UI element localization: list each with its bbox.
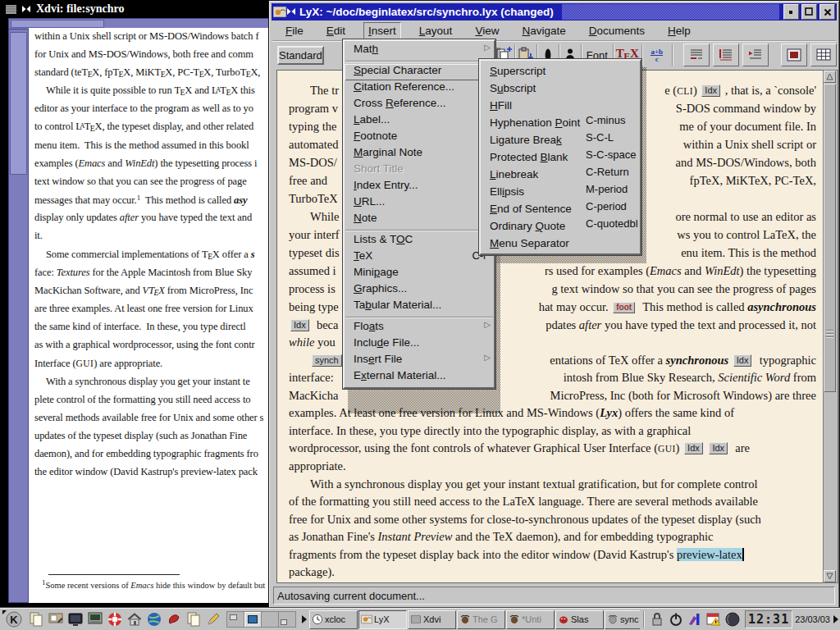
menubar-item-view[interactable]: View — [470, 22, 504, 39]
panel-hide-arrow[interactable] — [833, 615, 838, 623]
menu-item-superscript[interactable]: Superscript — [481, 62, 640, 80]
menu-item-ordinary-quote[interactable]: Ordinary QuoteC-quotedbl — [481, 217, 640, 235]
launcher-editor-pen[interactable] — [203, 609, 223, 629]
para-depth-1-button[interactable] — [683, 43, 710, 66]
launcher-window-list[interactable] — [26, 609, 46, 629]
xdvi-vertical-scrollbar[interactable] — [8, 29, 29, 603]
menubar-item-edit[interactable]: Edit — [322, 22, 350, 39]
footnote-inset-button[interactable]: foot — [613, 302, 635, 313]
text-segment: program v — [289, 102, 338, 115]
maximize-button[interactable] — [801, 4, 817, 20]
menu-item-marginal-note[interactable]: Marginal Note — [345, 146, 494, 162]
tray-moon[interactable] — [723, 610, 742, 629]
menubar-item-insert[interactable]: Insert — [363, 22, 401, 39]
index-inset-button[interactable]: Idx — [733, 354, 752, 367]
launcher-documents[interactable] — [184, 609, 203, 629]
lyx-vertical-scrollbar[interactable] — [823, 70, 838, 583]
pager-desktop-1[interactable] — [227, 612, 244, 627]
menu-item-ligature-break[interactable]: Ligature BreakS-C-L — [481, 131, 640, 148]
menubar-item-help[interactable]: Help — [663, 22, 696, 39]
index-inset-button[interactable]: Idx — [709, 442, 728, 454]
menu-item-index-entry[interactable]: Index Entry... — [345, 179, 494, 195]
task-button-slas[interactable]: Slas — [555, 610, 604, 629]
menu-item-url[interactable]: URL... — [345, 195, 494, 212]
task-button-xcloc[interactable]: xcloc — [309, 610, 358, 629]
menu-item-cross-reference[interactable]: Cross Reference... — [345, 97, 494, 113]
menu-item-subscript[interactable]: Subscript — [481, 80, 640, 97]
menu-item-tex[interactable]: TeXC-l — [345, 249, 494, 266]
task-button-xdvi[interactable]: Xdvi — [408, 610, 456, 629]
task-button-lyx[interactable]: LyX — [358, 610, 407, 629]
menubar-item-layout[interactable]: Layout — [414, 22, 458, 39]
menu-item-note[interactable]: Note — [345, 212, 494, 228]
menu-item-protected-blank[interactable]: Protected BlankS-C-space — [481, 148, 640, 166]
menu-item-minipage[interactable]: Minipage — [345, 266, 494, 282]
menu-item-insert-file[interactable]: Insert File▷ — [345, 353, 494, 369]
scroll-up-button[interactable] — [824, 71, 836, 83]
menu-item-lists-toc[interactable]: Lists & TOC — [345, 233, 494, 249]
launcher-help-lifebuoy[interactable] — [105, 609, 125, 629]
clock-date[interactable]: 23/03/03 — [795, 614, 830, 624]
k-menu-button[interactable]: K — [2, 609, 26, 629]
close-button[interactable] — [819, 4, 835, 20]
task-button-sync[interactable]: sync — [605, 610, 640, 629]
menu-item-citation-reference[interactable]: Citation Reference... — [345, 80, 494, 97]
menu-item-include-file[interactable]: Include File... — [345, 336, 494, 353]
menubar-item-navigate[interactable]: Navigate — [517, 22, 570, 39]
pager-desktop-3[interactable] — [262, 612, 279, 627]
menu-item-graphics[interactable]: Graphics... — [345, 282, 494, 299]
clock-time[interactable]: 12:31 — [745, 610, 792, 628]
task-button-the-g[interactable]: The G — [457, 610, 505, 629]
menu-item-end-of-sentence[interactable]: End of SentenceC-period — [481, 200, 640, 217]
tray-power[interactable] — [666, 610, 685, 629]
menu-item-menu-separator[interactable]: Menu Separator — [481, 235, 640, 252]
task-button-unti[interactable]: *Unti — [506, 610, 555, 629]
index-inset-button[interactable]: synch — [312, 354, 342, 367]
xdvi-vscroll-thumb[interactable] — [10, 32, 27, 175]
xdvi-titlebar[interactable]: Xdvi: file:synchro — [2, 1, 269, 17]
menu-item-special-character[interactable]: Special Character — [345, 64, 494, 80]
insert-table-button[interactable] — [810, 43, 837, 66]
launcher-desktop[interactable] — [46, 609, 66, 629]
scroll-down-button[interactable] — [824, 570, 836, 582]
tray-paint[interactable] — [685, 610, 704, 629]
tray-lock[interactable] — [647, 610, 666, 629]
launcher-red-app[interactable] — [164, 609, 184, 629]
menu-item-external-material[interactable]: External Material... — [345, 369, 494, 386]
menu-item-ellipsis[interactable]: EllipsisM-period — [481, 183, 640, 200]
launcher-konsole[interactable] — [85, 609, 105, 629]
menu-item-label[interactable]: Label... — [345, 113, 494, 130]
math-fraction-button[interactable]: a+bc — [642, 44, 673, 66]
pager-desktop-2[interactable] — [244, 612, 262, 627]
menubar-item-file[interactable]: File — [281, 22, 308, 39]
menu-item-floats[interactable]: Floats▷ — [345, 320, 494, 336]
para-depth-2-button[interactable] — [713, 43, 739, 66]
selected-text[interactable]: preview-latex — [677, 548, 744, 561]
paragraph-style-combo[interactable]: Standard — [277, 46, 324, 65]
launcher-globe-browser[interactable] — [144, 609, 164, 629]
index-inset-button[interactable]: Idx — [290, 319, 309, 331]
iconify-button[interactable] — [783, 4, 799, 20]
menu-item-math[interactable]: Math▷ — [345, 43, 494, 59]
xdvi-hscroll-thumb[interactable] — [11, 20, 104, 28]
menubar-item-documents[interactable]: Documents — [584, 22, 650, 39]
tray-calendar-alarm[interactable] — [704, 610, 723, 629]
launcher-home-folder[interactable] — [125, 609, 144, 629]
xdvi-app-icon — [6, 5, 16, 14]
insert-figure-button[interactable] — [781, 43, 807, 66]
menu-item-hfill[interactable]: HFill — [481, 97, 640, 114]
para-depth-3-button[interactable] — [742, 43, 769, 66]
desktop-pager[interactable] — [226, 611, 296, 628]
launcher-monitor[interactable] — [66, 609, 85, 629]
menu-item-tabular-material[interactable]: Tabular Material... — [345, 299, 494, 315]
menu-item-short-title[interactable]: Short Title — [345, 162, 494, 179]
scrollbar-thumb[interactable] — [824, 84, 836, 392]
menu-item-hyphenation-point[interactable]: Hyphenation PointC-minus — [481, 114, 640, 131]
taskbar-scroll-arrow[interactable] — [302, 615, 307, 623]
menu-item-footnote[interactable]: Footnote — [345, 130, 494, 146]
menu-item-linebreak[interactable]: LinebreakC-Return — [481, 166, 640, 183]
lyx-titlebar[interactable]: LyX: ~/doc/beginlatex/src/synchro.lyx (c… — [272, 3, 837, 21]
pager-desktop-4[interactable] — [279, 612, 295, 627]
index-inset-button[interactable]: Idx — [701, 84, 720, 97]
index-inset-button[interactable]: Idx — [684, 442, 703, 454]
